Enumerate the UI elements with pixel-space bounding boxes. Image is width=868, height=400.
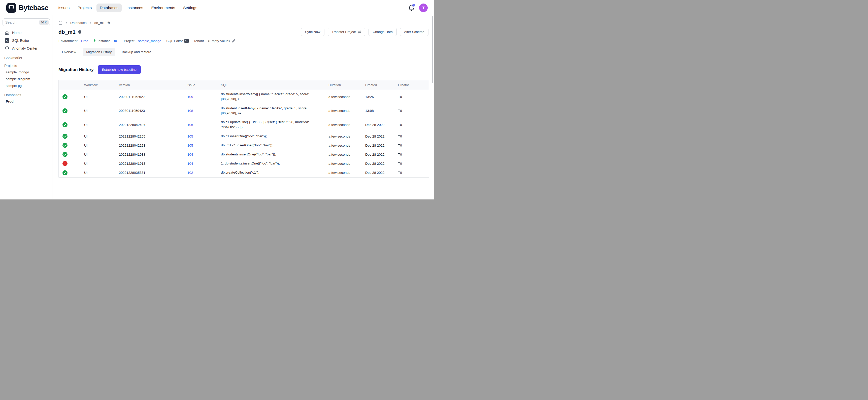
sidebar-item-sql-editor[interactable]: >_ SQL Editor [2, 36, 50, 44]
breadcrumb-databases[interactable]: Databases [70, 21, 87, 25]
transfer-arrows-icon [358, 30, 361, 34]
transfer-project-label: Transfer Project [332, 30, 356, 34]
breadcrumb-db-m1[interactable]: db_m1 [94, 21, 105, 25]
table-row[interactable]: UI 20221228041938 104 db.students.insert… [59, 150, 429, 159]
alter-schema-button[interactable]: Alter Schema [400, 28, 429, 36]
bytebase-logo[interactable]: Bytebase [6, 3, 49, 13]
check-circle-icon [62, 122, 67, 127]
issue-link[interactable]: 106 [187, 123, 193, 127]
issue-link[interactable]: 102 [187, 171, 193, 175]
sidebar-item-home[interactable]: Home [2, 29, 50, 36]
search-input[interactable]: Search ⌘ K [2, 19, 50, 26]
pencil-icon[interactable] [232, 39, 236, 42]
table-row[interactable]: UI 20221228035331 102 db.createCollectio… [59, 168, 429, 177]
notifications-button[interactable] [408, 4, 414, 11]
workflow-cell: UI [84, 160, 119, 167]
tabs-divider [52, 61, 434, 61]
tab-migration-history[interactable]: Migration History [83, 48, 115, 56]
sidebar-project-sample-pg[interactable]: sample-pg [2, 82, 50, 89]
avatar[interactable]: T [419, 3, 428, 12]
workflow-cell: UI [84, 121, 119, 128]
workflow-cell: UI [84, 169, 119, 176]
establish-baseline-button[interactable]: Establish new baseline [98, 65, 141, 74]
attr-label: Environment - [58, 39, 80, 43]
tab-backup-and-restore[interactable]: Backup and restore [118, 48, 155, 56]
attr-label: Instance - [98, 39, 113, 43]
version-cell: 20230111052527 [119, 93, 187, 100]
issue-link[interactable]: 105 [187, 134, 193, 138]
topbar-right: T [408, 3, 428, 12]
project-link[interactable]: sample_mongo [138, 39, 161, 43]
environment-link[interactable]: Prod [81, 39, 88, 43]
created-cell: 13:26 [365, 93, 398, 100]
vertical-scrollbar[interactable] [432, 16, 433, 83]
workflow-cell: UI [84, 133, 119, 140]
sync-now-button[interactable]: Sync Now [301, 28, 324, 36]
sidebar-database-prod[interactable]: Prod [2, 98, 50, 105]
creator-cell: T0 [398, 121, 429, 128]
attr-label: Tenant - [194, 39, 206, 43]
change-data-button[interactable]: Change Data [369, 28, 397, 36]
duration-cell: a few seconds [329, 121, 365, 128]
creator-cell: T0 [398, 169, 429, 176]
table-row[interactable]: UI 20230111050423 108 db.student.insertM… [59, 104, 429, 118]
sidebar-project-sample-diagram[interactable]: sample-diagram [2, 75, 50, 82]
migration-header: Migration History Establish new baseline [58, 65, 429, 74]
attr-sql-editor[interactable]: SQL Editor >_ [166, 39, 189, 43]
version-cell: 20221228042223 [119, 142, 187, 149]
check-circle-icon [62, 108, 67, 113]
chevron-right-icon [65, 21, 68, 25]
created-cell: Dec 28 2022 [365, 121, 398, 128]
issue-link[interactable]: 104 [187, 153, 193, 156]
nav-databases[interactable]: Databases [96, 3, 122, 12]
star-icon[interactable]: ★ [107, 21, 111, 25]
created-cell: Dec 28 2022 [365, 151, 398, 158]
issue-link[interactable]: 108 [187, 109, 193, 113]
duration-cell: a few seconds [329, 133, 365, 140]
table-row[interactable]: UI 20221228042223 105 db_m1.c1.insertOne… [59, 141, 429, 150]
sql-cell: db.students.insertMany([ { name: "Jacika… [221, 90, 329, 104]
table-row[interactable]: UI 20221228042407 106 db.c1.updateOne( {… [59, 118, 429, 132]
sidebar-item-anomaly-center[interactable]: Anomaly Center [2, 44, 50, 52]
issue-link[interactable]: 109 [187, 95, 193, 99]
issue-link[interactable]: 105 [187, 144, 193, 147]
mongodb-leaf-icon [93, 38, 96, 43]
status-cell [59, 106, 84, 115]
nav-issues[interactable]: Issues [55, 3, 73, 12]
bytebase-logo-icon [6, 3, 17, 13]
attr-project: Project - sample_mongo [124, 39, 161, 43]
instance-link[interactable]: m1 [114, 39, 119, 43]
attr-label: Project - [124, 39, 136, 43]
table-header: Workflow Version Issue SQL Duration Crea… [59, 80, 429, 90]
table-row[interactable]: UI 20230111052527 109 db.students.insert… [59, 90, 429, 104]
table-row[interactable]: UI 20221228041913 104 1. db.students.ins… [59, 159, 429, 168]
sidebar-section-projects: Projects [2, 64, 50, 68]
nav-settings[interactable]: Settings [180, 3, 200, 12]
terminal-icon[interactable]: >_ [184, 39, 189, 43]
table-row[interactable]: UI 20221228042255 105 db.c1.insertOne({"… [59, 132, 429, 141]
issue-link[interactable]: 104 [187, 162, 193, 165]
nav-environments[interactable]: Environments [148, 3, 178, 12]
created-cell: Dec 28 2022 [365, 142, 398, 149]
tab-overview[interactable]: Overview [58, 48, 80, 56]
created-cell: Dec 28 2022 [365, 133, 398, 140]
workflow-cell: UI [84, 151, 119, 158]
database-attributes: Environment - Prod Instance - m1 Project… [58, 38, 429, 43]
creator-cell: T0 [398, 93, 429, 100]
attr-tenant: Tenant - <Empty Value> [194, 39, 236, 43]
status-cell [59, 120, 84, 129]
sql-cell: db.c1.updateOne( { _id: 3 }, [ { $set: {… [221, 118, 329, 132]
attr-instance: Instance - m1 [93, 38, 119, 43]
col-duration: Duration [329, 80, 365, 90]
main-content: Databases db_m1 ★ db_m1 Sync Now Transfe… [52, 16, 434, 200]
transfer-project-button[interactable]: Transfer Project [328, 28, 366, 36]
sidebar-project-sample-mongo[interactable]: sample_mongo [2, 69, 50, 75]
sql-cell: db.c1.insertOne({"foo": "bar"}); [221, 132, 329, 141]
search-shortcut: ⌘ K [39, 20, 49, 25]
nav-projects[interactable]: Projects [74, 3, 95, 12]
shield-alert-icon [5, 46, 9, 51]
project-list: sample_mongo sample-diagram sample-pg [2, 69, 50, 89]
home-icon[interactable] [58, 21, 62, 25]
nav-instances[interactable]: Instances [123, 3, 146, 12]
workflow-cell: UI [84, 93, 119, 100]
